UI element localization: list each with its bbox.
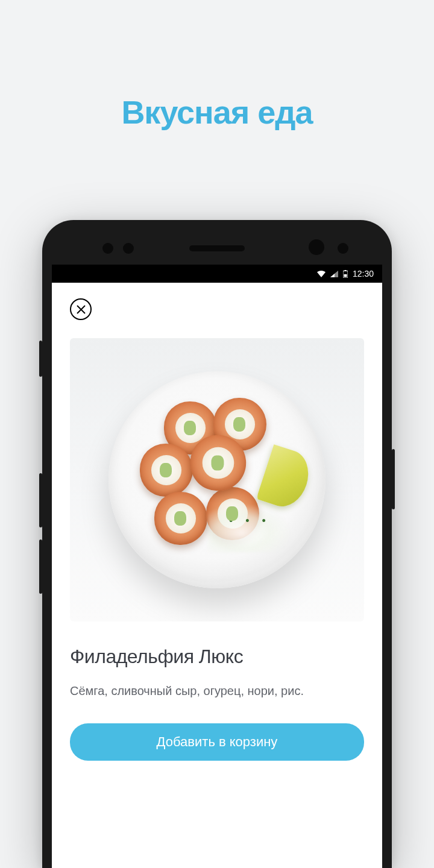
close-icon bbox=[77, 305, 86, 314]
phone-side-button bbox=[39, 473, 42, 527]
status-bar: 12:30 bbox=[52, 265, 382, 283]
product-title: Филадельфия Люкс bbox=[70, 646, 364, 668]
status-time: 12:30 bbox=[353, 269, 374, 278]
page-title: Вкусная еда bbox=[0, 0, 434, 131]
add-to-cart-button[interactable]: Добавить в корзину bbox=[70, 723, 364, 761]
phone-bezel-top bbox=[42, 220, 392, 265]
battery-icon bbox=[343, 270, 348, 278]
product-description: Сёмга, сливочный сыр, огурец, нори, рис. bbox=[70, 682, 364, 699]
wifi-icon bbox=[317, 271, 326, 277]
phone-screen: 12:30 Филадельфия Люкс bbox=[52, 265, 382, 868]
product-image bbox=[70, 338, 364, 621]
app-content: Филадельфия Люкс Сёмга, сливочный сыр, о… bbox=[52, 283, 382, 868]
cellular-icon bbox=[330, 271, 338, 277]
phone-side-button bbox=[39, 539, 42, 594]
phone-side-button bbox=[39, 341, 42, 377]
close-button[interactable] bbox=[70, 298, 92, 320]
svg-rect-2 bbox=[344, 274, 347, 277]
phone-side-button bbox=[392, 449, 395, 509]
phone-mockup: 12:30 Филадельфия Люкс bbox=[42, 220, 392, 868]
